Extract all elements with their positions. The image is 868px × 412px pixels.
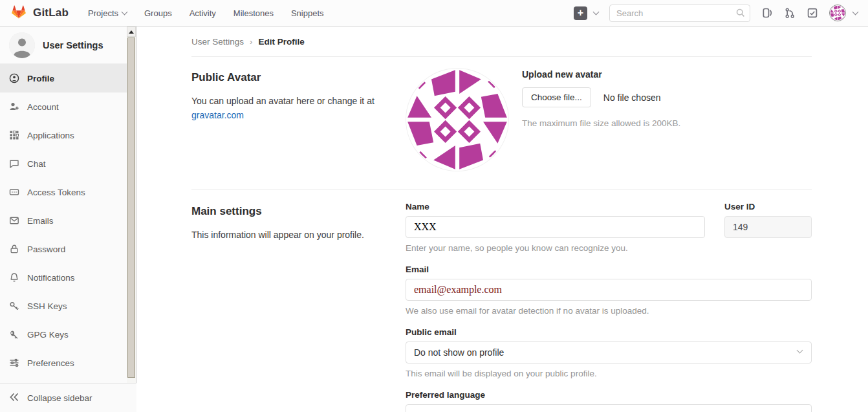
sidebar-item-label: Notifications — [27, 273, 75, 283]
sidebar-item-chat[interactable]: Chat — [0, 149, 127, 178]
tanuki-logo-icon — [10, 4, 27, 22]
plus-icon: + — [574, 6, 587, 20]
preferred-language-select[interactable] — [406, 404, 812, 412]
sidebar-title: User Settings — [43, 40, 103, 50]
user-menu-button[interactable] — [829, 5, 858, 21]
nav-groups[interactable]: Groups — [144, 8, 172, 18]
user-id-label: User ID — [724, 202, 812, 211]
sidebar-item-label: Applications — [27, 131, 74, 140]
email-help-text: We also use email for avatar detection i… — [406, 306, 812, 316]
sidebar-item-notifications[interactable]: Notifications — [0, 263, 127, 292]
sidebar-scrollbar[interactable] — [127, 27, 136, 383]
breadcrumb: User Settings › Edit Profile — [191, 27, 812, 57]
user-id-input — [724, 216, 812, 238]
todos-icon[interactable] — [807, 7, 818, 19]
sidebar-item-account[interactable]: Account — [0, 92, 127, 121]
sidebar-item-label: Access Tokens — [27, 188, 85, 197]
ssh-keys-icon — [9, 301, 19, 311]
gravatar-link[interactable]: gravatar.com — [191, 110, 244, 120]
preferences-icon — [9, 358, 19, 368]
main-settings-section: Main settings This information will appe… — [191, 190, 812, 412]
sidebar-item-label: Profile — [27, 74, 54, 83]
public-email-select[interactable]: Do not show on profile — [406, 342, 812, 363]
collapse-sidebar-label: Collapse sidebar — [27, 393, 92, 403]
email-input[interactable] — [406, 279, 812, 301]
notifications-icon — [9, 272, 19, 283]
breadcrumb-separator: › — [250, 37, 252, 47]
profile-avatar-identicon — [406, 68, 509, 171]
main-content: User Settings › Edit Profile Public Avat… — [136, 27, 868, 412]
section-title-public-avatar: Public Avatar — [191, 71, 406, 84]
avatar-description: You can upload an avatar here or change … — [191, 96, 374, 106]
main-settings-subtitle: This information will appear on your pro… — [191, 228, 379, 243]
search-icon — [735, 8, 746, 20]
sidebar-header: User Settings — [0, 27, 127, 64]
chevron-down-icon — [797, 347, 803, 354]
nav-milestones[interactable]: Milestones — [233, 8, 274, 18]
sidebar-item-preferences[interactable]: Preferences — [0, 349, 127, 377]
sidebar-item-password[interactable]: Password — [0, 235, 127, 263]
name-help-text: Enter your name, so people you know can … — [406, 243, 705, 253]
chevron-down-icon — [593, 8, 600, 15]
nav-projects[interactable]: Projects — [88, 8, 127, 18]
sidebar-item-profile[interactable]: Profile — [0, 64, 127, 92]
chat-icon — [9, 158, 19, 169]
brand-title: GitLab — [33, 6, 69, 19]
scrollbar-thumb[interactable] — [127, 38, 135, 378]
upload-new-avatar-label: Upload new avatar — [522, 69, 812, 80]
public-avatar-section: Public Avatar You can upload an avatar h… — [191, 57, 812, 190]
sidebar-item-emails[interactable]: Emails — [0, 206, 127, 235]
nav-snippets[interactable]: Snippets — [291, 8, 324, 18]
scrollbar-up-arrow[interactable] — [127, 27, 136, 37]
password-icon — [9, 244, 19, 254]
breadcrumb-parent[interactable]: User Settings — [191, 37, 244, 47]
public-email-label: Public email — [406, 327, 812, 337]
name-label: Name — [406, 202, 705, 211]
settings-sidebar: User Settings Profile Account — [0, 27, 127, 412]
user-silhouette-icon — [9, 32, 35, 58]
sidebar-item-applications[interactable]: Applications — [0, 121, 127, 149]
sidebar-item-label: Account — [27, 102, 59, 112]
email-label: Email — [406, 265, 812, 274]
double-chevron-left-icon — [9, 393, 19, 404]
chevron-down-icon — [852, 8, 859, 15]
no-file-chosen-text: No file chosen — [603, 92, 661, 103]
nav-activity[interactable]: Activity — [190, 8, 216, 18]
sidebar-item-access-tokens[interactable]: Access Tokens — [0, 178, 127, 206]
name-input[interactable] — [406, 216, 705, 238]
emails-icon — [9, 215, 19, 226]
sidebar-item-label: Password — [27, 244, 65, 254]
merge-requests-icon[interactable] — [784, 7, 796, 19]
new-menu-button[interactable]: + — [574, 6, 598, 20]
collapse-sidebar-button[interactable]: Collapse sidebar — [0, 383, 136, 412]
primary-nav: Projects Groups Activity Milestones Snip… — [88, 8, 324, 18]
user-avatar-identicon — [829, 5, 846, 21]
sidebar-item-label: Chat — [27, 159, 46, 169]
max-file-size-note: The maximum file size allowed is 200KB. — [522, 118, 812, 128]
top-navbar: GitLab Projects Groups Activity Mileston… — [0, 0, 868, 27]
public-email-help-text: This email will be displayed on your pub… — [406, 369, 812, 378]
sidebar-item-label: Emails — [27, 216, 54, 226]
sidebar-item-label: SSH Keys — [27, 301, 67, 311]
preferred-language-label: Preferred language — [406, 390, 812, 400]
gitlab-home-link[interactable]: GitLab — [10, 4, 69, 22]
sidebar-item-label: GPG Keys — [27, 330, 69, 340]
section-title-main-settings: Main settings — [191, 205, 406, 218]
search-input[interactable] — [609, 5, 750, 22]
sidebar-item-label: Preferences — [27, 358, 74, 368]
profile-icon — [9, 73, 19, 83]
applications-icon — [9, 130, 19, 140]
breadcrumb-current: Edit Profile — [258, 37, 304, 47]
gpg-keys-icon — [9, 329, 19, 340]
account-icon — [9, 102, 19, 112]
sidebar-item-gpg-keys[interactable]: GPG Keys — [0, 320, 127, 349]
sidebar-content-divider — [136, 27, 136, 412]
chevron-down-icon — [122, 8, 128, 15]
issues-icon[interactable] — [761, 7, 773, 19]
choose-file-button[interactable]: Choose file... — [522, 87, 591, 107]
access-tokens-icon — [9, 187, 19, 197]
sidebar-item-ssh-keys[interactable]: SSH Keys — [0, 292, 127, 320]
public-email-selected-value: Do not show on profile — [414, 347, 504, 358]
